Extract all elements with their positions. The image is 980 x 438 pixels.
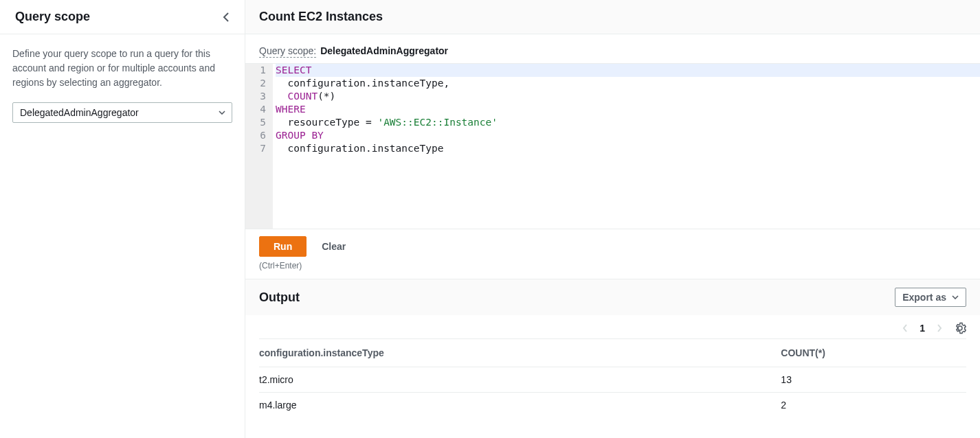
run-hint: (Ctrl+Enter)	[245, 260, 980, 279]
export-as-label: Export as	[902, 292, 946, 303]
table-row: t2.micro13	[259, 367, 966, 393]
line-number: 1	[255, 64, 266, 77]
line-number: 6	[255, 129, 266, 142]
output-header: Output Export as	[245, 279, 980, 315]
aggregator-select-value: DelegatedAdminAggregator	[20, 107, 139, 118]
output-title: Output	[259, 290, 300, 305]
line-number: 7	[255, 142, 266, 155]
main-header: Count EC2 Instances	[245, 0, 980, 34]
results-table: configuration.instanceTypeCOUNT(*) t2.mi…	[259, 338, 966, 417]
table-cell: t2.micro	[259, 367, 781, 393]
table-cell: 2	[781, 393, 966, 418]
line-number: 3	[255, 90, 266, 103]
caret-down-icon	[952, 295, 959, 299]
table-row: m4.large2	[259, 393, 966, 418]
page-title: Count EC2 Instances	[259, 10, 966, 24]
line-number: 4	[255, 103, 266, 116]
sidebar: Query scope Define your query scope to r…	[0, 0, 245, 438]
editor-code[interactable]: SELECT configuration.instanceType, COUNT…	[273, 64, 980, 229]
run-button[interactable]: Run	[259, 236, 307, 257]
clear-button[interactable]: Clear	[322, 237, 346, 256]
table-cell: 13	[781, 367, 966, 393]
line-number: 5	[255, 116, 266, 129]
caret-down-icon	[219, 111, 225, 115]
next-page-icon[interactable]	[936, 323, 943, 333]
code-line[interactable]: configuration.instanceType,	[276, 77, 980, 90]
aggregator-select-wrap: DelegatedAdminAggregator	[12, 102, 232, 123]
sql-editor[interactable]: 1234567 SELECT configuration.instanceTyp…	[245, 63, 980, 229]
table-header-row: configuration.instanceTypeCOUNT(*)	[259, 339, 966, 367]
editor-actions: Run Clear	[245, 229, 980, 260]
pagination-row: 1	[245, 315, 980, 338]
page-number: 1	[920, 323, 925, 334]
code-line[interactable]: COUNT(*)	[276, 90, 980, 103]
editor-gutter: 1234567	[245, 64, 273, 229]
query-scope-value: DelegatedAdminAggregator	[320, 45, 448, 56]
sidebar-title: Query scope	[15, 10, 90, 24]
sidebar-description: Define your query scope to run a query f…	[12, 47, 232, 90]
sidebar-header: Query scope	[0, 0, 245, 34]
collapse-sidebar-icon[interactable]	[221, 12, 232, 23]
code-line[interactable]: resourceType = 'AWS::EC2::Instance'	[276, 116, 980, 129]
sidebar-body: Define your query scope to run a query f…	[0, 34, 245, 135]
code-line[interactable]: WHERE	[276, 103, 980, 116]
table-body: t2.micro13m4.large2	[259, 367, 966, 418]
table-column-header[interactable]: COUNT(*)	[781, 339, 966, 367]
query-scope-line: Query scope: DelegatedAdminAggregator	[245, 34, 980, 63]
code-line[interactable]: GROUP BY	[276, 129, 980, 142]
settings-gear-icon[interactable]	[954, 322, 966, 334]
table-cell: m4.large	[259, 393, 781, 418]
code-line[interactable]: SELECT	[276, 64, 980, 77]
prev-page-icon[interactable]	[902, 323, 909, 333]
table-column-header[interactable]: configuration.instanceType	[259, 339, 781, 367]
export-as-button[interactable]: Export as	[895, 288, 966, 307]
query-scope-label: Query scope:	[259, 45, 316, 58]
aggregator-select[interactable]: DelegatedAdminAggregator	[12, 102, 232, 123]
code-line[interactable]: configuration.instanceType	[276, 142, 980, 155]
line-number: 2	[255, 77, 266, 90]
main: Count EC2 Instances Query scope: Delegat…	[245, 0, 980, 438]
